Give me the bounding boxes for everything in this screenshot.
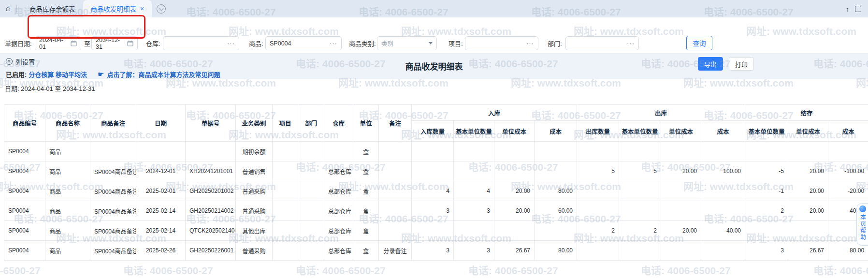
report-toolbar: 列设置 商品收发明细表 已启用: 分仓核算 移动平均法 ☛ 点击了解：商品成本计… xyxy=(0,53,868,79)
watermark-phone: 电话: 4006-6500-27 xyxy=(296,263,386,277)
calendar-icon xyxy=(71,40,77,46)
table-cell: SP0004 xyxy=(4,161,45,181)
table-cell: 2024-12-01 xyxy=(136,161,186,181)
table-cell: 3 xyxy=(412,241,454,261)
category-select[interactable]: 类别 xyxy=(377,36,437,50)
costing-method-link[interactable]: 分仓核算 移动平均法 xyxy=(29,70,87,79)
table-cell xyxy=(577,201,619,221)
table-cell xyxy=(494,161,535,181)
table-cell xyxy=(412,142,454,161)
table-cell xyxy=(273,161,298,181)
table-cell xyxy=(745,221,788,241)
group-header: 结存 xyxy=(745,105,868,121)
group-header: 出库 xyxy=(577,105,745,121)
cost-help-link[interactable]: 点击了解：商品成本计算方法及常见问题 xyxy=(107,70,220,79)
table-cell xyxy=(273,221,298,241)
warehouse-input[interactable]: ··· xyxy=(163,36,239,50)
table-row: SP0004商品SP0004商品备注2025-02-01GH2025020100… xyxy=(4,181,868,201)
table-cell: 商品 xyxy=(45,142,90,161)
table-cell xyxy=(90,142,136,161)
product-input[interactable]: SP0004 ··· xyxy=(265,36,342,50)
sub-column-header: 单位成本 xyxy=(494,121,535,142)
table-cell xyxy=(379,181,412,201)
date-from-input[interactable]: 2024-04-01 xyxy=(35,36,81,50)
table-cell: 总部仓库 xyxy=(324,241,353,261)
table-cell xyxy=(412,221,454,241)
table-cell xyxy=(273,241,298,261)
ellipsis-icon[interactable]: ··· xyxy=(526,40,534,47)
ellipsis-icon[interactable]: ··· xyxy=(627,40,635,47)
fullscreen-icon[interactable] xyxy=(855,6,861,12)
column-header: 部门 xyxy=(298,105,324,142)
product-value: SP0004 xyxy=(270,40,330,47)
table-cell: 商品 xyxy=(45,241,90,261)
table-cell xyxy=(298,181,324,201)
home-icon[interactable]: ⌂ xyxy=(0,4,16,14)
ellipsis-icon[interactable]: ··· xyxy=(330,40,337,47)
table-cell xyxy=(379,221,412,241)
table-cell: XH20241201001 xyxy=(186,161,236,181)
department-input[interactable]: ··· xyxy=(565,36,639,50)
tab-label: 商品库存余额表 xyxy=(29,4,75,14)
export-button[interactable]: 导出 xyxy=(698,57,723,71)
sub-column-header: 单位成本 xyxy=(661,121,701,142)
print-button[interactable]: 打印 xyxy=(729,57,754,71)
table-cell: 普通采购 xyxy=(236,201,273,221)
table-cell: 2 xyxy=(619,221,661,241)
table-cell xyxy=(494,221,535,241)
table-cell xyxy=(701,142,745,161)
date-label: 单据日期: xyxy=(5,36,32,50)
close-icon[interactable]: × xyxy=(140,5,144,13)
sub-column-header: 单位成本 xyxy=(788,121,828,142)
filter-panel: 单据日期: 2024-04-01 至 2034-12-31 仓库: ··· 商品… xyxy=(0,17,868,53)
table-cell xyxy=(454,161,494,181)
tab-receipt-dispatch-detail[interactable]: 商品收发明细表 × xyxy=(83,0,152,17)
table-cell xyxy=(298,221,324,241)
table-cell xyxy=(454,221,494,241)
table-cell xyxy=(273,201,298,221)
help-ball-icon xyxy=(859,205,866,212)
table-cell xyxy=(619,142,661,161)
table-cell: 3 xyxy=(454,201,494,221)
category-label: 商品类别: xyxy=(349,36,376,50)
project-input[interactable]: ··· xyxy=(465,36,538,50)
table-cell xyxy=(661,142,701,161)
date-to-value: 2034-12-31 xyxy=(96,37,124,50)
column-header: 业务类别 xyxy=(236,105,273,142)
table-cell: GH20250201002 xyxy=(186,181,236,201)
date-to-input[interactable]: 2034-12-31 xyxy=(91,36,138,50)
table-cell xyxy=(577,241,619,261)
table-cell: 2025-02-01 xyxy=(136,181,186,201)
tab-inventory-balance[interactable]: 商品库存余额表 xyxy=(22,0,83,17)
table-cell: SP0004 xyxy=(4,181,45,201)
table-cell xyxy=(828,142,868,161)
table-cell: 盒 xyxy=(353,181,379,201)
table-cell: 26.67 xyxy=(788,241,828,261)
table-cell: SP0004 xyxy=(4,241,45,261)
query-button[interactable]: 查询 xyxy=(686,36,712,50)
table-cell: 40.00 xyxy=(701,221,745,241)
table-cell xyxy=(136,142,186,161)
table-cell xyxy=(298,142,324,161)
column-header: 仓库 xyxy=(324,105,353,142)
pointing-hand-icon: ☛ xyxy=(98,70,104,79)
table-cell: 20.00 xyxy=(494,201,535,221)
table-cell xyxy=(273,181,298,201)
scroll-top-icon[interactable]: ↑ xyxy=(846,5,850,13)
ellipsis-icon[interactable]: ··· xyxy=(227,40,235,47)
table-cell: -100.00 xyxy=(828,161,868,181)
table-cell: 80.00 xyxy=(535,241,577,261)
table-cell xyxy=(788,142,828,161)
watermark-phone: 电话: 4006-6500-27 xyxy=(123,263,213,277)
warehouse-label: 仓库: xyxy=(146,36,160,50)
page-help-button[interactable]: 本页帮助 xyxy=(856,203,868,246)
help-label: 本页帮助 xyxy=(860,214,866,241)
tab-list-chevron-down-icon[interactable] xyxy=(157,4,166,14)
tab-divider xyxy=(16,5,17,13)
table-cell xyxy=(788,221,828,241)
table-cell xyxy=(619,181,661,201)
table-cell: 5 xyxy=(577,161,619,181)
table-cell xyxy=(535,221,577,241)
table-cell xyxy=(661,241,701,261)
table-cell: 盒 xyxy=(353,241,379,261)
